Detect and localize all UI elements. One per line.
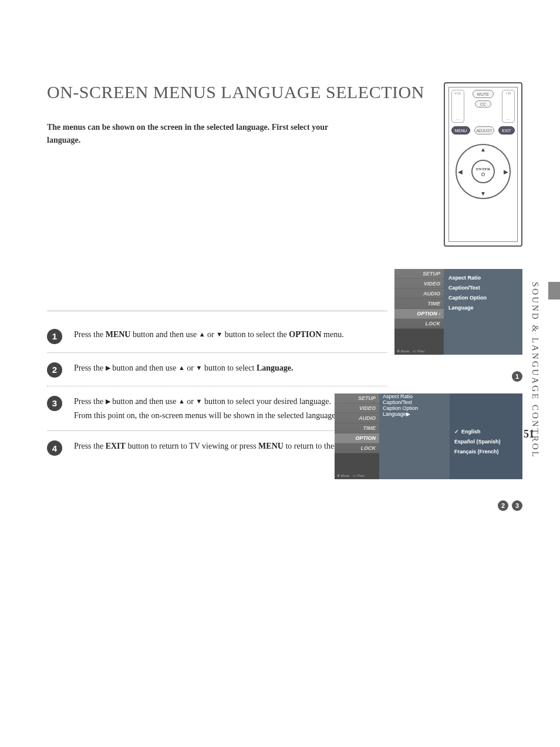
page-number: 51	[524, 428, 534, 440]
right-arrow-icon: ▶	[504, 169, 508, 175]
move-hint: ✥ Move	[397, 349, 409, 353]
osd-item: Caption/Text	[379, 399, 450, 405]
dpad: ▲ ▼ ◀ ▶ ENTER	[456, 144, 511, 199]
osd-screenshot-2: SETUP VIDEO AUDIO TIME OPTION LOCK ✥ Mov…	[335, 393, 522, 479]
osd-tab: SETUP	[394, 269, 444, 279]
step-badge: 3	[47, 396, 62, 411]
left-arrow-icon: ◀	[458, 169, 463, 175]
osd-tab: TIME	[394, 299, 444, 309]
up-arrow-icon: ▲	[199, 329, 205, 340]
prev-hint: ▭ Prev	[353, 473, 365, 477]
up-arrow-icon: ▲	[480, 146, 486, 153]
step-1: 1 Press the MENU button and then use ▲ o…	[47, 319, 387, 353]
up-arrow-icon: ▲	[178, 362, 185, 374]
right-arrow-icon: ▶	[406, 411, 410, 417]
move-hint: ✥ Move	[337, 473, 349, 477]
down-arrow-icon: ▼	[480, 190, 486, 197]
osd-tab-option: OPTION	[335, 433, 379, 443]
step-badge: 1	[47, 329, 62, 344]
osd1-step-badge: 1	[512, 371, 522, 382]
up-arrow-icon: ▲	[178, 396, 185, 407]
lang-spanish: Español (Spanish)	[454, 436, 518, 446]
enter-button: ENTER	[471, 160, 495, 183]
menu-button: MENU	[451, 126, 470, 134]
osd-item: Language	[448, 302, 518, 312]
osd-item: Caption/Text	[448, 282, 518, 292]
ch-rocker: CH—	[502, 90, 515, 123]
cc-button: CC	[475, 100, 491, 107]
down-arrow-icon: ▼	[196, 396, 203, 407]
intro-text: The menus can be shown on the screen in …	[47, 121, 346, 147]
osd-tab: TIME	[335, 423, 379, 433]
step-badge: 2	[47, 362, 62, 378]
down-arrow-icon: ▼	[216, 329, 222, 340]
osd-item: Aspect Ratio	[448, 272, 518, 282]
lang-french: Français (French)	[454, 446, 518, 456]
right-arrow-icon: ▶	[106, 396, 110, 407]
down-arrow-icon: ▼	[196, 362, 203, 374]
divider	[47, 311, 387, 311]
right-arrow-icon: ▶	[106, 362, 110, 374]
osd-item: Caption Option	[379, 405, 450, 411]
osd-tab: AUDIO	[394, 289, 444, 299]
osd-tab: SETUP	[335, 393, 379, 403]
osd-screenshot-1: SETUP VIDEO AUDIO TIME OPTION› LOCK ✥ Mo…	[394, 269, 522, 355]
osd-item: Caption Option	[448, 292, 518, 302]
adjust-button: ADJUST	[474, 126, 494, 134]
lang-english: ✓English	[454, 426, 518, 436]
step-2: 2 Press the ▶ button and then use ▲ or ▼…	[47, 353, 387, 386]
osd-tab: VIDEO	[335, 403, 379, 413]
vol-rocker: VOL—	[451, 90, 464, 123]
osd-tab: LOCK	[335, 443, 379, 453]
osd-tab-option: OPTION›	[394, 309, 444, 319]
exit-button: EXIT	[498, 126, 515, 134]
osd-tab: VIDEO	[394, 279, 444, 289]
remote-illustration: VOL— MUTE CC CH— MENU ADJUST EXIT ▲ ▼ ◀	[444, 82, 522, 247]
mute-button: MUTE	[473, 90, 494, 98]
osd-item-language: Language▶	[379, 411, 450, 417]
step-badge: 4	[47, 440, 62, 456]
chevron-right-icon: ›	[439, 312, 440, 316]
osd-tab: LOCK	[394, 319, 444, 329]
prev-hint: ▭ Prev	[413, 349, 424, 353]
osd-item: Aspect Ratio	[379, 393, 450, 399]
check-icon: ✓	[454, 429, 459, 435]
osd-tab: AUDIO	[335, 413, 379, 423]
side-tab	[548, 282, 560, 300]
osd2-step-badges: 2 3	[498, 500, 522, 511]
